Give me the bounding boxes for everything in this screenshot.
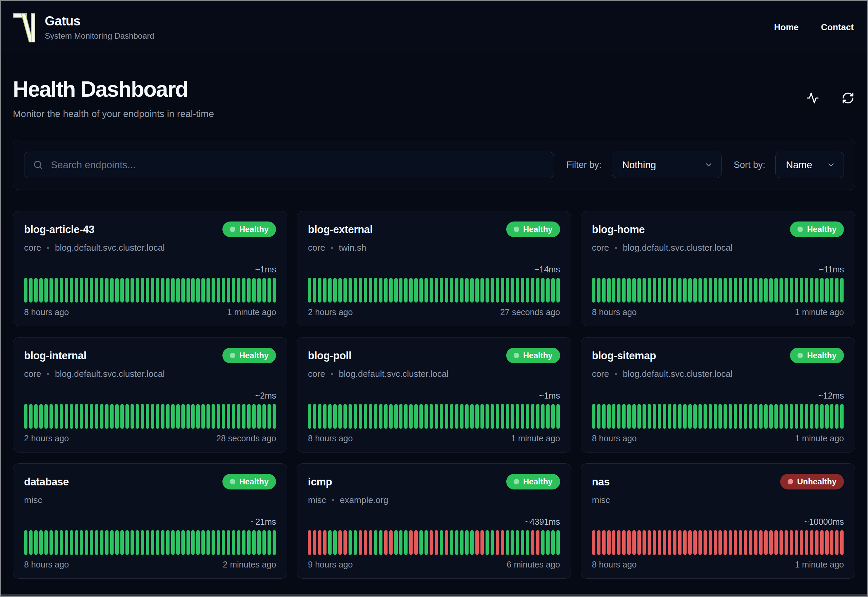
uptime-bar-success[interactable] <box>820 278 824 303</box>
endpoint-card[interactable]: blog-external Healthy core • twin.sh ~14… <box>297 211 571 326</box>
uptime-bar-success[interactable] <box>24 404 27 429</box>
uptime-bar-success[interactable] <box>643 278 646 303</box>
uptime-bar-success[interactable] <box>318 404 321 429</box>
uptime-bar-success[interactable] <box>480 404 484 429</box>
uptime-bar-success[interactable] <box>34 278 38 303</box>
uptime-bar-failure[interactable] <box>820 530 824 555</box>
uptime-bar-success[interactable] <box>709 278 712 303</box>
uptime-bar-success[interactable] <box>673 404 677 429</box>
uptime-bar-success[interactable] <box>678 404 681 429</box>
uptime-bar-success[interactable] <box>526 278 529 303</box>
uptime-bar-success[interactable] <box>541 530 545 555</box>
uptime-bar-success[interactable] <box>212 404 215 429</box>
uptime-bar-failure[interactable] <box>673 530 677 555</box>
uptime-bar-success[interactable] <box>257 530 261 555</box>
uptime-bar-success[interactable] <box>795 278 798 303</box>
uptime-bar-success[interactable] <box>480 278 484 303</box>
uptime-bar-success[interactable] <box>490 530 494 555</box>
uptime-bar-success[interactable] <box>242 404 246 429</box>
uptime-bar-failure[interactable] <box>344 530 347 555</box>
uptime-bar-success[interactable] <box>141 530 144 555</box>
uptime-bar-success[interactable] <box>455 278 458 303</box>
uptime-bar-success[interactable] <box>470 278 474 303</box>
uptime-bar-success[interactable] <box>506 404 509 429</box>
uptime-bar-success[interactable] <box>359 404 362 429</box>
uptime-bar-success[interactable] <box>602 404 606 429</box>
uptime-bar-success[interactable] <box>704 278 707 303</box>
uptime-bar-success[interactable] <box>126 530 129 555</box>
uptime-bar-failure[interactable] <box>835 530 838 555</box>
uptime-bar-success[interactable] <box>44 278 48 303</box>
uptime-bar-success[interactable] <box>344 278 347 303</box>
uptime-bar-success[interactable] <box>115 404 118 429</box>
uptime-bar-success[interactable] <box>24 278 27 303</box>
uptime-bar-failure[interactable] <box>308 530 311 555</box>
uptime-bar-failure[interactable] <box>759 530 763 555</box>
uptime-bar-success[interactable] <box>678 278 681 303</box>
uptime-bar-success[interactable] <box>252 530 256 555</box>
uptime-bar-success[interactable] <box>364 404 367 429</box>
uptime-bar-failure[interactable] <box>602 530 606 555</box>
uptime-bar-success[interactable] <box>785 404 788 429</box>
uptime-bar-success[interactable] <box>744 278 747 303</box>
uptime-bar-success[interactable] <box>95 404 98 429</box>
uptime-bar-failure[interactable] <box>592 530 595 555</box>
uptime-bar-success[interactable] <box>156 278 159 303</box>
uptime-bar-failure[interactable] <box>627 530 631 555</box>
uptime-bar-success[interactable] <box>775 278 778 303</box>
uptime-bar-success[interactable] <box>85 530 88 555</box>
uptime-bar-success[interactable] <box>521 404 524 429</box>
uptime-bar-success[interactable] <box>460 530 464 555</box>
uptime-bar-success[interactable] <box>95 530 98 555</box>
uptime-bar-success[interactable] <box>120 278 124 303</box>
uptime-bar-success[interactable] <box>201 530 205 555</box>
uptime-bar-success[interactable] <box>217 278 220 303</box>
uptime-bar-failure[interactable] <box>830 530 833 555</box>
uptime-bar-success[interactable] <box>693 404 697 429</box>
uptime-bar-success[interactable] <box>409 404 413 429</box>
uptime-bar-success[interactable] <box>120 404 124 429</box>
uptime-bar-failure[interactable] <box>800 530 803 555</box>
uptime-bar-success[interactable] <box>404 278 407 303</box>
uptime-bar-success[interactable] <box>419 404 423 429</box>
uptime-bar-success[interactable] <box>328 278 332 303</box>
uptime-bar-success[interactable] <box>100 530 104 555</box>
uptime-bar-success[interactable] <box>171 278 175 303</box>
uptime-bar-success[interactable] <box>191 404 195 429</box>
uptime-bar-success[interactable] <box>617 278 621 303</box>
uptime-bar-success[interactable] <box>647 404 651 429</box>
uptime-bar-success[interactable] <box>273 278 276 303</box>
uptime-bar-success[interactable] <box>55 278 58 303</box>
uptime-bar-success[interactable] <box>769 278 773 303</box>
uptime-bar-success[interactable] <box>348 530 352 555</box>
uptime-bar-success[interactable] <box>247 404 250 429</box>
uptime-bar-success[interactable] <box>435 404 438 429</box>
endpoint-card[interactable]: icmp Healthy misc • example.org ~4391ms … <box>297 463 571 579</box>
uptime-bar-failure[interactable] <box>714 530 717 555</box>
uptime-bar-success[interactable] <box>455 530 458 555</box>
uptime-bar-success[interactable] <box>627 278 631 303</box>
uptime-bar-failure[interactable] <box>693 530 697 555</box>
uptime-bar-failure[interactable] <box>597 530 600 555</box>
uptime-bar-success[interactable] <box>789 404 793 429</box>
refresh-button[interactable] <box>841 91 855 105</box>
uptime-bar-failure[interactable] <box>414 530 418 555</box>
uptime-bar-success[interactable] <box>227 530 230 555</box>
uptime-bar-success[interactable] <box>171 404 175 429</box>
endpoint-card[interactable]: blog-internal Healthy core • blog.defaul… <box>13 337 287 453</box>
uptime-bar-success[interactable] <box>196 278 200 303</box>
uptime-bar-success[interactable] <box>830 404 833 429</box>
uptime-bar-success[interactable] <box>374 278 378 303</box>
uptime-bar-success[interactable] <box>658 404 661 429</box>
uptime-bar-success[interactable] <box>460 404 464 429</box>
uptime-bar-success[interactable] <box>70 530 73 555</box>
uptime-bar-success[interactable] <box>268 530 271 555</box>
uptime-bar-success[interactable] <box>546 530 550 555</box>
uptime-bar-success[interactable] <box>379 530 382 555</box>
uptime-bar-failure[interactable] <box>359 530 362 555</box>
uptime-bar-success[interactable] <box>268 404 271 429</box>
uptime-bar-success[interactable] <box>161 278 164 303</box>
uptime-bar-success[interactable] <box>810 278 813 303</box>
uptime-bar-success[interactable] <box>709 404 712 429</box>
uptime-bar-success[interactable] <box>262 278 266 303</box>
